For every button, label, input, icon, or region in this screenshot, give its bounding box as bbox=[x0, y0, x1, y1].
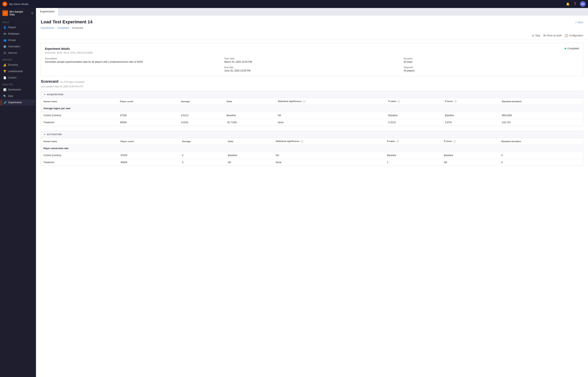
clone-as-draft-button[interactable]: ⧉ Clone as draft bbox=[543, 34, 562, 37]
acquisition-metric-name: Average logins per user bbox=[41, 105, 583, 112]
act-treatment-variant: Treatment bbox=[41, 159, 118, 166]
acq-control-average: 8.5112 bbox=[179, 112, 224, 119]
sidebar-item-experiments[interactable]: 🧪 Experiments bbox=[1, 99, 35, 106]
sidebar-item-leaderboards-label: Leaderboards bbox=[8, 70, 23, 73]
sidebar-item-economy[interactable]: 💰 Economy bbox=[1, 62, 35, 68]
sidebar-item-automation[interactable]: ⚙️ Automation bbox=[1, 44, 35, 50]
breadcrumb: Experiments › Completed › Scorecard bbox=[41, 26, 583, 29]
act-p-value-info-icon[interactable]: i bbox=[396, 140, 399, 143]
sidebar-item-multiplayer[interactable]: 🎮 Multiplayer bbox=[1, 31, 35, 37]
sidebar-item-addons[interactable]: ➕ Add-ons bbox=[1, 50, 35, 56]
start-date-value: March 24, 2020 10:55 PM bbox=[224, 60, 400, 63]
scorecard-title: Scorecard bbox=[41, 80, 58, 84]
activation-treatment-row: Treatment 46909 0 NA None 1 NA 0 bbox=[41, 159, 583, 166]
act-treatment-average: 0 bbox=[180, 159, 225, 166]
notification-icon[interactable]: 🔔 bbox=[566, 2, 570, 6]
breadcrumb-completed[interactable]: Completed bbox=[57, 26, 69, 29]
duration-detail: Duration 93 Days bbox=[404, 57, 579, 63]
page-title: Load Test Experiment 14 bbox=[41, 19, 93, 24]
breadcrumb-experiments[interactable]: Experiments bbox=[41, 26, 54, 29]
content-area: Load Test Experiment 14 ↗ Docs Experimen… bbox=[36, 15, 588, 377]
app-body: Mrs SampleData ⚙ BUILD 👤 Players 🎮 Multi… bbox=[0, 8, 588, 377]
acq-control-variant: Control (Control) bbox=[41, 112, 118, 119]
sidebar-item-leaderboards[interactable]: 🏆 Leaderboards bbox=[1, 68, 35, 74]
acq-treatment-std-dev: 219.733 bbox=[500, 119, 583, 126]
acq-treatment-p-move: 3.97% bbox=[442, 119, 500, 126]
engage-section-label: ENGAGE bbox=[0, 56, 36, 62]
card-title-area: Experiment details 5e1efeda-4616-45c4-af… bbox=[45, 47, 93, 54]
dates-column: Start date March 24, 2020 10:55 PM End d… bbox=[224, 57, 400, 72]
act-treatment-p-move: NA bbox=[441, 159, 499, 166]
configuration-button[interactable]: 📋 Configuration bbox=[565, 34, 583, 37]
act-col-player-count: Player count bbox=[118, 138, 180, 145]
activation-control-row: Control (Control) 47028 0 Baseline NA Ba… bbox=[41, 152, 583, 159]
act-col-average: Average bbox=[180, 138, 225, 145]
start-date-label: Start date bbox=[224, 57, 400, 60]
acquisition-table-header-row: Variant name Player count Average Delta … bbox=[41, 98, 583, 105]
action-bar: ⊙ Stop ⧉ Clone as draft 📋 Configuration bbox=[36, 31, 588, 40]
act-col-p-move: P-move i bbox=[441, 138, 499, 145]
multiplayer-icon: 🎮 bbox=[3, 32, 6, 35]
experiment-details-card: Experiment details 5e1efeda-4616-45c4-af… bbox=[41, 43, 583, 76]
activation-header: ▾ ACTIVATION bbox=[41, 131, 583, 138]
acq-treatment-variant: Treatment bbox=[41, 119, 118, 126]
act-treatment-player-count: 46909 bbox=[118, 159, 180, 166]
stop-button[interactable]: ⊙ Stop bbox=[532, 34, 540, 37]
p-value-info-icon[interactable]: i bbox=[397, 100, 400, 103]
docs-icon: ↗ bbox=[575, 21, 577, 24]
activation-title: ACTIVATION bbox=[47, 133, 62, 136]
sidebar-profile: Mrs SampleData ⚙ bbox=[0, 8, 36, 19]
page-header: Load Test Experiment 14 ↗ Docs Experimen… bbox=[36, 15, 588, 29]
build-section-label: BUILD bbox=[0, 19, 36, 24]
acquisition-table: Variant name Player count Average Delta … bbox=[41, 98, 583, 126]
sidebar-item-dashboards[interactable]: 📊 Dashboards bbox=[1, 87, 35, 93]
description-detail: Description Generates sample experimenta… bbox=[45, 57, 220, 72]
addons-icon: ➕ bbox=[3, 51, 6, 55]
act-control-std-dev: 0 bbox=[499, 152, 583, 159]
activation-table-header-row: Variant name Player count Average Delta … bbox=[41, 138, 583, 145]
act-control-player-count: 47028 bbox=[118, 152, 180, 159]
end-date-label: End date bbox=[224, 66, 400, 69]
acq-control-stat-sig: NA bbox=[275, 112, 386, 119]
topbar-left: My Game Studio bbox=[2, 2, 29, 6]
act-p-move-info-icon[interactable]: i bbox=[453, 140, 456, 143]
analyze-section-label: ANALYZE bbox=[0, 81, 36, 86]
breadcrumb-sep-1: › bbox=[55, 26, 56, 29]
act-col-variant-name: Variant name bbox=[41, 138, 118, 145]
sidebar-item-content[interactable]: 📄 Content bbox=[1, 75, 35, 81]
sidebar-engage-section: ENGAGE 💰 Economy 🏆 Leaderboards 📄 Conten… bbox=[0, 56, 36, 81]
card-title: Experiment details bbox=[45, 47, 93, 50]
act-stat-sig-info-icon[interactable]: i bbox=[301, 140, 303, 143]
act-control-delta: Baseline bbox=[225, 152, 273, 159]
col-average: Average bbox=[179, 98, 224, 105]
docs-link[interactable]: ↗ Docs bbox=[575, 21, 583, 24]
duration-label: Duration bbox=[404, 57, 579, 60]
start-date-detail: Start date March 24, 2020 10:55 PM bbox=[224, 57, 400, 63]
sidebar-item-players[interactable]: 👤 Players bbox=[1, 24, 35, 31]
tab-experiments[interactable]: Experiments bbox=[36, 8, 59, 15]
settings-icon[interactable]: ⚙ bbox=[31, 12, 34, 15]
status-badge: Completed bbox=[565, 47, 579, 50]
leaderboards-icon: 🏆 bbox=[3, 70, 6, 73]
stat-sig-info-icon[interactable]: i bbox=[303, 100, 306, 103]
players-icon: 👤 bbox=[3, 26, 6, 29]
act-col-delta: Delta bbox=[225, 138, 273, 145]
stop-icon: ⊙ bbox=[532, 34, 534, 37]
acq-control-std-dev: 956.6269 bbox=[500, 112, 583, 119]
clone-icon: ⧉ bbox=[543, 34, 545, 37]
end-date-value: June 25, 2020 10:55 PM bbox=[224, 69, 400, 72]
sidebar-item-dashboards-label: Dashboards bbox=[8, 88, 21, 91]
sidebar-item-data[interactable]: 🔍 Data bbox=[1, 93, 35, 99]
activation-section: ▾ ACTIVATION Variant name Player count A… bbox=[41, 131, 583, 166]
sidebar-item-groups[interactable]: 👥 Groups bbox=[1, 37, 35, 43]
app-logo bbox=[2, 2, 7, 6]
collapse-acquisition-icon[interactable]: ▾ bbox=[44, 93, 45, 96]
collapse-activation-icon[interactable]: ▾ bbox=[44, 133, 45, 136]
act-control-stat-sig: NA bbox=[273, 152, 385, 159]
p-move-info-icon[interactable]: i bbox=[454, 100, 457, 103]
help-icon[interactable]: ❓ bbox=[573, 2, 577, 6]
user-avatar[interactable]: SH bbox=[580, 1, 586, 7]
acq-control-player-count: 47028 bbox=[118, 112, 179, 119]
scorecard-last-updated: Last updated: April 14, 2020 10:56 PM UT… bbox=[41, 85, 583, 88]
profile-icon bbox=[2, 10, 8, 16]
